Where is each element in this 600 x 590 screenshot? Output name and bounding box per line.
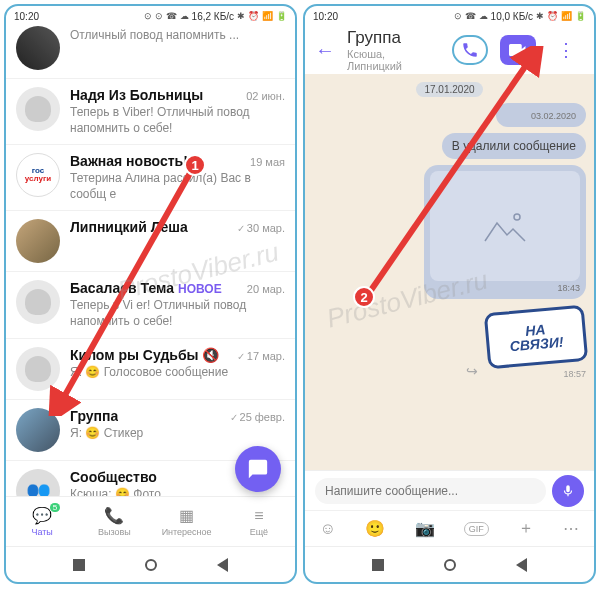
chat-name: Липницкий Леша [70,219,188,235]
chat-icon: 💬5 [32,506,52,525]
svg-point-1 [514,214,520,220]
back-button[interactable]: ← [315,39,335,62]
android-navbar [305,546,594,582]
android-navbar [6,546,295,582]
avatar [16,87,60,131]
chat-time: 19 мая [250,156,285,168]
avatar-gosuslugi: госуслуги [16,153,60,197]
phone-icon [461,41,479,59]
avatar [16,408,60,452]
chat-item[interactable]: Надя Из Больницы 02 июн. Теперь в Viber!… [6,79,295,145]
date-pill: 17.01.2020 [416,82,482,97]
chat-time: ✓17 мар. [237,350,285,362]
unread-badge: 5 [50,503,60,512]
new-badge: НОВОЕ [178,282,222,296]
phone-right: 10:20 ⊙☎☁ 10,0 КБ/с ✱⏰📶🔋 ← Группа Ксюша,… [303,4,596,584]
chat-time: ✓30 мар. [237,222,285,234]
status-time: 10:20 [313,11,338,22]
image-message[interactable]: 18:43 [424,165,586,299]
chat-item[interactable]: Басалаев ТемаНОВОЕ 20 мар. Теперь в Vi e… [6,272,295,338]
chat-item[interactable]: Липницкий Леша ✓30 мар. [6,211,295,272]
menu-icon: ≡ [254,507,263,525]
phone-icon: 📞 [104,506,124,525]
more-button[interactable]: ⋮ [548,35,584,65]
avatar [16,280,60,324]
mic-icon [561,484,575,498]
more-button[interactable]: ⋯ [563,519,579,538]
chat-title-block[interactable]: Группа Ксюша, Липницкий [347,28,440,72]
avatar [16,347,60,391]
video-call-button[interactable] [500,35,536,65]
chat-time: ✓25 февр. [230,411,285,423]
chat-item[interactable]: Отличный повод напомнить ... [6,26,295,79]
message-input[interactable] [315,478,546,504]
chat-messages[interactable]: 17.01.2020 03.02.2020 В удалили сообщени… [305,74,594,470]
chat-subtitle: Ксюша, Липницкий [347,48,440,72]
gif-button[interactable]: GIF [464,522,489,536]
nav-recents[interactable] [372,559,384,571]
nav-home[interactable] [145,559,157,571]
tab-explore[interactable]: ▦ Интересное [151,497,223,546]
tab-chats[interactable]: 💬5 Чаты [6,497,78,546]
nav-back[interactable] [217,558,228,572]
mic-button[interactable] [552,475,584,507]
chat-time: 02 июн. [246,90,285,102]
chat-time: 20 мар. [247,283,285,295]
status-icons: ⊙⊙☎☁ 16,2 КБ/с ✱⏰📶🔋 [144,11,287,22]
statusbar: 10:20 ⊙⊙☎☁ 16,2 КБ/с ✱⏰📶🔋 [6,6,295,26]
chat-name: Группа [70,408,118,424]
nav-back[interactable] [516,558,527,572]
compose-fab[interactable] [235,446,281,492]
chat-list[interactable]: Отличный повод напомнить ... Надя Из Бол… [6,26,295,496]
deleted-message-bubble[interactable]: В удалили сообщение [442,133,586,159]
composer [305,470,594,510]
tab-calls[interactable]: 📞 Вызовы [78,497,150,546]
voice-call-button[interactable] [452,35,488,65]
video-icon [509,43,527,57]
nav-home[interactable] [444,559,456,571]
bottom-tabs: 💬5 Чаты 📞 Вызовы ▦ Интересное ≡ Ещё [6,496,295,546]
chat-name: Важная новость! [70,153,188,169]
sticker-message[interactable]: НАСВЯЗИ! 18:57 [486,309,586,379]
avatar [16,26,60,70]
grid-icon: ▦ [179,506,194,525]
image-placeholder-icon [430,171,580,281]
chat-title: Группа [347,28,440,48]
chat-item[interactable]: госуслуги Важная новость! 19 мая Тетерин… [6,145,295,211]
nav-recents[interactable] [73,559,85,571]
chat-header: ← Группа Ксюша, Липницкий ⋮ [305,26,594,74]
avatar-community-icon: 👥 [16,469,60,496]
attach-button[interactable]: ＋ [518,518,534,539]
message-bubble[interactable]: 03.02.2020 [496,103,586,127]
phone-left: 10:20 ⊙⊙☎☁ 16,2 КБ/с ✱⏰📶🔋 Отличный повод… [4,4,297,584]
chat-bubble-icon [247,458,269,480]
emoji-button[interactable]: ☺ [320,520,336,538]
forward-button[interactable]: ↪ [466,363,478,379]
sticker-button[interactable]: 🙂 [365,519,385,538]
status-icons: ⊙☎☁ 10,0 КБ/с ✱⏰📶🔋 [454,11,586,22]
tab-more[interactable]: ≡ Ещё [223,497,295,546]
chat-name: Килом ры Судьбы 🔇 [70,347,219,363]
avatar [16,219,60,263]
camera-button[interactable]: 📷 [415,519,435,538]
statusbar: 10:20 ⊙☎☁ 10,0 КБ/с ✱⏰📶🔋 [305,6,594,26]
status-time: 10:20 [14,11,39,22]
chat-name: Надя Из Больницы [70,87,203,103]
chat-name: Басалаев ТемаНОВОЕ [70,280,222,296]
composer-toolbar: ☺ 🙂 📷 GIF ＋ ⋯ [305,510,594,546]
chat-item[interactable]: Килом ры Судьбы 🔇 ✓17 мар. Я: 😊 Голосово… [6,339,295,400]
chat-name: Сообщество [70,469,157,485]
